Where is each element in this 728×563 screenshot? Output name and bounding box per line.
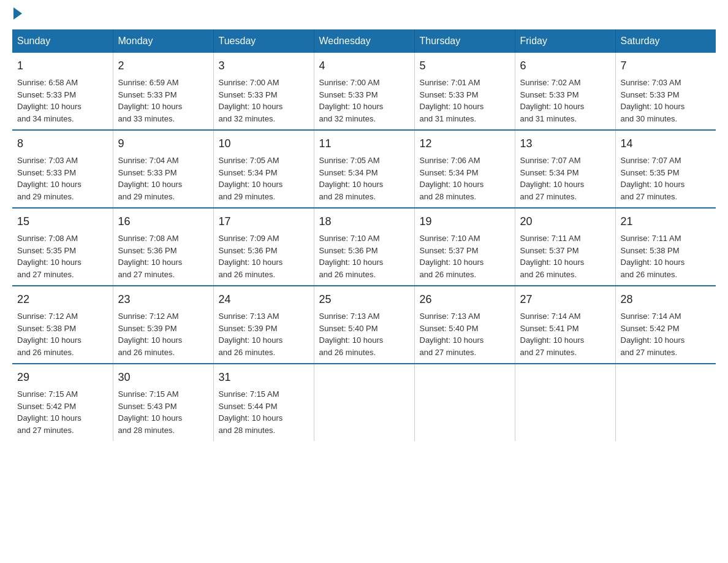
day-info: Sunrise: 7:07 AMSunset: 5:35 PMDaylight:…: [621, 156, 685, 201]
day-info: Sunrise: 7:04 AMSunset: 5:33 PMDaylight:…: [118, 156, 183, 201]
calendar-cell: 8 Sunrise: 7:03 AMSunset: 5:33 PMDayligh…: [12, 130, 113, 208]
day-number: 19: [420, 213, 510, 230]
day-info: Sunrise: 7:01 AMSunset: 5:33 PMDaylight:…: [420, 78, 484, 123]
day-number: 21: [621, 213, 711, 230]
day-number: 26: [420, 291, 510, 308]
calendar-cell: 1 Sunrise: 6:58 AMSunset: 5:33 PMDayligh…: [12, 53, 113, 130]
logo-arrow-icon: [13, 7, 22, 20]
logo: [12, 12, 22, 17]
day-number: 27: [520, 291, 610, 308]
calendar-cell: 19 Sunrise: 7:10 AMSunset: 5:37 PMDaylig…: [414, 208, 515, 286]
day-info: Sunrise: 7:15 AMSunset: 5:43 PMDaylight:…: [118, 389, 183, 435]
calendar-cell: 6 Sunrise: 7:02 AMSunset: 5:33 PMDayligh…: [515, 53, 615, 130]
day-number: 5: [420, 58, 510, 74]
day-info: Sunrise: 7:15 AMSunset: 5:42 PMDaylight:…: [17, 389, 82, 435]
calendar-cell: 17 Sunrise: 7:09 AMSunset: 5:36 PMDaylig…: [213, 208, 314, 286]
calendar-cell: [515, 364, 615, 441]
calendar-cell: 2 Sunrise: 6:59 AMSunset: 5:33 PMDayligh…: [113, 53, 213, 130]
day-number: 29: [17, 369, 108, 386]
day-info: Sunrise: 7:15 AMSunset: 5:44 PMDaylight:…: [219, 389, 283, 435]
day-number: 12: [420, 136, 510, 152]
calendar-cell: 7 Sunrise: 7:03 AMSunset: 5:33 PMDayligh…: [615, 53, 716, 130]
day-info: Sunrise: 7:13 AMSunset: 5:40 PMDaylight:…: [319, 312, 384, 357]
calendar-cell: 9 Sunrise: 7:04 AMSunset: 5:33 PMDayligh…: [113, 130, 213, 208]
day-number: 1: [17, 58, 108, 74]
calendar-week-row: 22 Sunrise: 7:12 AMSunset: 5:38 PMDaylig…: [12, 286, 716, 364]
logo-text-block: [12, 12, 22, 17]
calendar-cell: 4 Sunrise: 7:00 AMSunset: 5:33 PMDayligh…: [314, 53, 414, 130]
day-number: 2: [118, 58, 208, 74]
column-header-friday: Friday: [515, 29, 615, 53]
calendar-week-row: 29 Sunrise: 7:15 AMSunset: 5:42 PMDaylig…: [12, 364, 716, 441]
day-number: 14: [621, 136, 711, 152]
day-number: 18: [319, 213, 409, 230]
day-number: 3: [219, 58, 309, 74]
calendar-cell: 13 Sunrise: 7:07 AMSunset: 5:34 PMDaylig…: [515, 130, 615, 208]
day-number: 16: [118, 213, 208, 230]
day-number: 7: [621, 58, 711, 74]
day-number: 20: [520, 213, 610, 230]
calendar-cell: 25 Sunrise: 7:13 AMSunset: 5:40 PMDaylig…: [314, 286, 414, 364]
day-info: Sunrise: 7:03 AMSunset: 5:33 PMDaylight:…: [17, 156, 82, 201]
day-number: 4: [319, 58, 409, 74]
column-header-thursday: Thursday: [414, 29, 515, 53]
calendar-cell: 28 Sunrise: 7:14 AMSunset: 5:42 PMDaylig…: [615, 286, 716, 364]
calendar-week-row: 15 Sunrise: 7:08 AMSunset: 5:35 PMDaylig…: [12, 208, 716, 286]
day-info: Sunrise: 7:10 AMSunset: 5:36 PMDaylight:…: [319, 234, 384, 279]
day-number: 23: [118, 291, 208, 308]
calendar-cell: 12 Sunrise: 7:06 AMSunset: 5:34 PMDaylig…: [414, 130, 515, 208]
calendar-week-row: 8 Sunrise: 7:03 AMSunset: 5:33 PMDayligh…: [12, 130, 716, 208]
calendar-cell: 18 Sunrise: 7:10 AMSunset: 5:36 PMDaylig…: [314, 208, 414, 286]
calendar-cell: 30 Sunrise: 7:15 AMSunset: 5:43 PMDaylig…: [113, 364, 213, 441]
calendar-cell: [314, 364, 414, 441]
column-header-sunday: Sunday: [12, 29, 113, 53]
day-number: 9: [118, 136, 208, 152]
day-number: 17: [219, 213, 309, 230]
day-number: 13: [520, 136, 610, 152]
day-info: Sunrise: 6:58 AMSunset: 5:33 PMDaylight:…: [17, 78, 82, 123]
day-number: 6: [520, 58, 610, 74]
day-info: Sunrise: 7:13 AMSunset: 5:40 PMDaylight:…: [420, 312, 484, 357]
day-info: Sunrise: 7:02 AMSunset: 5:33 PMDaylight:…: [520, 78, 585, 123]
day-info: Sunrise: 7:00 AMSunset: 5:33 PMDaylight:…: [219, 78, 283, 123]
calendar-cell: 3 Sunrise: 7:00 AMSunset: 5:33 PMDayligh…: [213, 53, 314, 130]
column-header-monday: Monday: [113, 29, 213, 53]
calendar-week-row: 1 Sunrise: 6:58 AMSunset: 5:33 PMDayligh…: [12, 53, 716, 130]
column-header-saturday: Saturday: [615, 29, 716, 53]
day-number: 30: [118, 369, 208, 386]
day-info: Sunrise: 7:11 AMSunset: 5:38 PMDaylight:…: [621, 234, 685, 279]
calendar-cell: 21 Sunrise: 7:11 AMSunset: 5:38 PMDaylig…: [615, 208, 716, 286]
day-number: 22: [17, 291, 108, 308]
day-info: Sunrise: 7:06 AMSunset: 5:34 PMDaylight:…: [420, 156, 484, 201]
day-info: Sunrise: 7:11 AMSunset: 5:37 PMDaylight:…: [520, 234, 585, 279]
calendar-cell: 5 Sunrise: 7:01 AMSunset: 5:33 PMDayligh…: [414, 53, 515, 130]
day-info: Sunrise: 7:03 AMSunset: 5:33 PMDaylight:…: [621, 78, 685, 123]
day-number: 24: [219, 291, 309, 308]
calendar-cell: 29 Sunrise: 7:15 AMSunset: 5:42 PMDaylig…: [12, 364, 113, 441]
calendar-cell: 27 Sunrise: 7:14 AMSunset: 5:41 PMDaylig…: [515, 286, 615, 364]
day-number: 8: [17, 136, 108, 152]
day-info: Sunrise: 7:14 AMSunset: 5:42 PMDaylight:…: [621, 312, 685, 357]
day-number: 11: [319, 136, 409, 152]
day-info: Sunrise: 7:12 AMSunset: 5:38 PMDaylight:…: [17, 312, 82, 357]
calendar-cell: 16 Sunrise: 7:08 AMSunset: 5:36 PMDaylig…: [113, 208, 213, 286]
calendar-cell: 14 Sunrise: 7:07 AMSunset: 5:35 PMDaylig…: [615, 130, 716, 208]
calendar-cell: [615, 364, 716, 441]
day-info: Sunrise: 7:12 AMSunset: 5:39 PMDaylight:…: [118, 312, 183, 357]
calendar-cell: 22 Sunrise: 7:12 AMSunset: 5:38 PMDaylig…: [12, 286, 113, 364]
calendar-cell: 20 Sunrise: 7:11 AMSunset: 5:37 PMDaylig…: [515, 208, 615, 286]
calendar-cell: 11 Sunrise: 7:05 AMSunset: 5:34 PMDaylig…: [314, 130, 414, 208]
calendar-cell: 23 Sunrise: 7:12 AMSunset: 5:39 PMDaylig…: [113, 286, 213, 364]
day-number: 25: [319, 291, 409, 308]
day-info: Sunrise: 7:10 AMSunset: 5:37 PMDaylight:…: [420, 234, 484, 279]
day-info: Sunrise: 7:08 AMSunset: 5:35 PMDaylight:…: [17, 234, 82, 279]
page-header: [12, 12, 716, 17]
day-number: 15: [17, 213, 108, 230]
calendar-cell: 26 Sunrise: 7:13 AMSunset: 5:40 PMDaylig…: [414, 286, 515, 364]
day-info: Sunrise: 6:59 AMSunset: 5:33 PMDaylight:…: [118, 78, 183, 123]
day-info: Sunrise: 7:05 AMSunset: 5:34 PMDaylight:…: [319, 156, 384, 201]
day-info: Sunrise: 7:14 AMSunset: 5:41 PMDaylight:…: [520, 312, 585, 357]
day-info: Sunrise: 7:13 AMSunset: 5:39 PMDaylight:…: [219, 312, 283, 357]
day-info: Sunrise: 7:07 AMSunset: 5:34 PMDaylight:…: [520, 156, 585, 201]
calendar-cell: 10 Sunrise: 7:05 AMSunset: 5:34 PMDaylig…: [213, 130, 314, 208]
